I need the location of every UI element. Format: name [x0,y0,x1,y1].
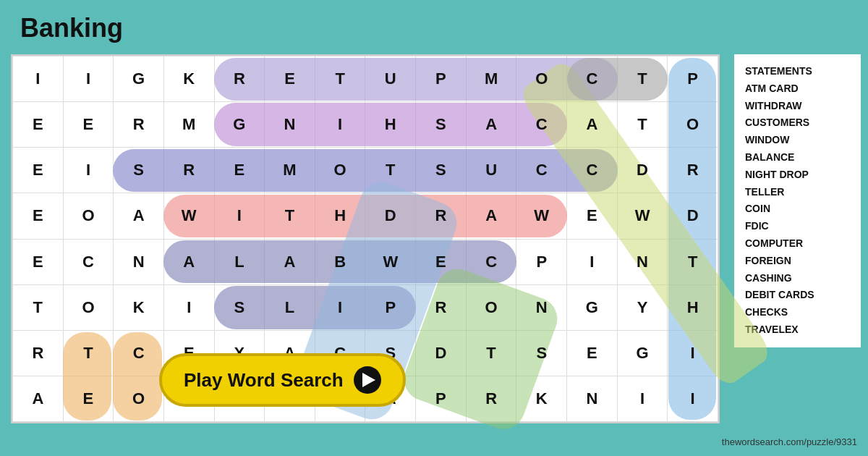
grid-cell: T [265,193,315,239]
grid-cell: P [668,56,718,102]
grid-cell: I [63,148,114,193]
grid-cell: T [63,330,114,376]
grid-cell: T [617,102,668,148]
word-list-item: TELLER [745,184,850,201]
grid-cell: O [516,56,567,102]
word-list: STATEMENTSATM CARDWITHDRAWCUSTOMERSWINDO… [734,54,861,347]
grid-cell: I [214,193,265,239]
grid-cell: G [114,56,164,102]
grid-cell: R [114,102,164,148]
grid-cell: E [13,239,64,284]
word-list-item: WINDOW [745,132,850,149]
grid-cell: Y [617,284,668,330]
grid-cell: A [466,102,516,148]
word-list-item: FDIC [745,218,850,235]
word-list-item: CHECKS [745,304,850,321]
grid-cell: U [365,56,416,102]
grid-cell: O [668,102,718,148]
grid-cell: R [214,56,265,102]
grid-cell: G [617,330,668,376]
grid-cell: O [315,148,365,193]
grid-cell: E [416,239,467,284]
word-list-item: DEBIT CARDS [745,287,850,304]
grid-cell: O [466,284,516,330]
grid-cell: H [668,284,718,330]
grid-cell: W [617,193,668,239]
grid-cell: L [214,239,265,284]
play-button-label: Play Word Search [184,369,344,392]
grid-cell: T [365,148,416,193]
attribution: thewordsearch.com/puzzle/9331 [722,436,857,447]
word-list-item: COMPUTER [745,235,850,253]
grid-cell: A [13,376,64,421]
grid-cell: N [265,102,315,148]
grid-cell: R [668,148,718,193]
grid-cell: G [567,284,618,330]
grid-cell: I [63,56,114,102]
grid-cell: E [13,193,64,239]
grid-cell: C [466,239,516,284]
grid-cell: E [13,148,64,193]
word-list-item: CUSTOMERS [745,114,850,132]
grid-cell: E [63,376,114,421]
word-list-item: WITHDRAW [745,98,850,115]
grid-cell: A [567,102,618,148]
grid-cell: R [416,193,467,239]
grid-cell: I [617,376,668,421]
grid-cell: D [365,193,416,239]
grid-cell: T [315,56,365,102]
grid-cell: I [315,284,365,330]
play-icon [354,366,381,394]
grid-cell: S [516,330,567,376]
grid-cell: R [13,330,64,376]
grid-cell: I [13,56,64,102]
grid-cell: A [466,193,516,239]
grid-cell: C [516,148,567,193]
grid-cell: I [567,239,618,284]
grid-cell: E [13,102,64,148]
word-list-item: BALANCE [745,149,850,166]
grid-cell: H [315,193,365,239]
word-list-item: STATEMENTS [745,63,850,80]
grid-cell: S [214,284,265,330]
grid-cell: O [63,284,114,330]
grid-cell: W [365,239,416,284]
grid-cell: B [315,239,365,284]
grid-cell: D [617,148,668,193]
grid-cell: S [114,148,164,193]
grid-cell: S [416,102,467,148]
play-button[interactable]: Play Word Search [159,353,406,407]
grid-cell: T [466,330,516,376]
grid-cell: O [63,193,114,239]
grid-cell: P [365,284,416,330]
grid-cell: S [416,148,467,193]
grid-cell: E [63,102,114,148]
grid-cell: I [163,284,214,330]
grid-cell: M [163,102,214,148]
page-title: Banking [20,13,123,43]
grid-cell: C [114,330,164,376]
word-list-item: NIGHT DROP [745,166,850,184]
grid-cell: C [567,56,618,102]
grid-cell: T [13,284,64,330]
grid-cell: T [617,56,668,102]
grid-cell: N [617,239,668,284]
grid-cell: I [668,376,718,421]
grid-cell: L [265,284,315,330]
grid-cell: E [214,148,265,193]
grid-cell: G [214,102,265,148]
grid-cell: W [163,193,214,239]
grid-cell: R [163,148,214,193]
grid-cell: U [466,148,516,193]
grid-cell: A [163,239,214,284]
grid-cell: P [416,376,467,421]
grid-cell: K [516,376,567,421]
grid-cell: E [567,193,618,239]
grid-cell: K [163,56,214,102]
grid-cell: C [516,102,567,148]
grid-cell: C [567,148,618,193]
grid-cell: N [516,284,567,330]
grid-cell: I [315,102,365,148]
grid-cell: N [114,239,164,284]
grid-cell: H [365,102,416,148]
